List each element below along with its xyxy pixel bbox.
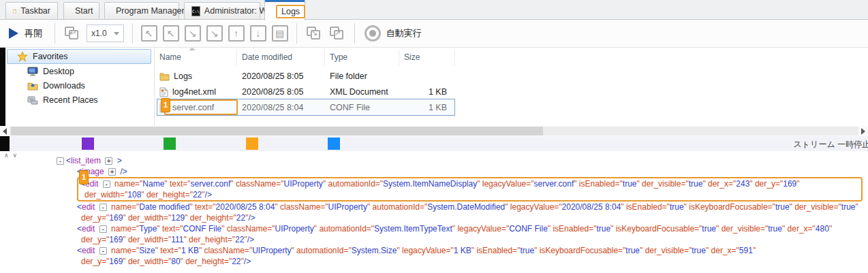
capture-page-button[interactable]: ↩ xyxy=(63,25,81,42)
document-button[interactable]: ▤ xyxy=(272,25,288,42)
resume-button[interactable]: 再開 xyxy=(9,27,42,39)
tab-program-manager[interactable]: Program Manager xyxy=(104,2,179,19)
tab-taskbar[interactable]: Taskbar xyxy=(5,2,58,19)
collapse-toggle-icon[interactable]: - xyxy=(99,225,107,233)
recent-places-icon xyxy=(27,95,38,105)
arrow-down-right-capture-button[interactable]: ↘ xyxy=(206,25,223,42)
stream-marker[interactable] xyxy=(164,138,176,150)
file-type: File folder xyxy=(325,71,399,81)
file-type: XML Document xyxy=(325,87,399,97)
return-arrow-icon: ↩ xyxy=(69,29,76,37)
file-date: 2020/08/25 8:05 xyxy=(237,87,325,97)
collapse-toggle-icon[interactable]: - xyxy=(103,180,110,188)
chevron-down-icon xyxy=(114,32,119,35)
record-circle-icon xyxy=(365,25,381,42)
tab-label: Program Manager xyxy=(116,6,185,16)
file-explorer: Favorites Desktop Downloads Recent Place… xyxy=(0,48,868,126)
collapse-toggle-icon[interactable]: - xyxy=(99,247,107,255)
toolbar-separator xyxy=(354,23,355,44)
file-name: log4net.xml xyxy=(172,87,216,97)
scrollbar-thumb[interactable] xyxy=(11,127,543,135)
arrow-icon: ↘ xyxy=(311,29,317,37)
file-name: server.conf xyxy=(172,103,214,112)
sidebar-item-favorites[interactable]: Favorites xyxy=(7,49,151,64)
horizontal-scrollbar[interactable] xyxy=(0,126,868,136)
scroll-right-icon[interactable] xyxy=(861,128,865,135)
xml-document-icon xyxy=(159,87,168,97)
xml-node-list_item[interactable]: -<list_item + > xyxy=(55,155,868,166)
document-icon: ▤ xyxy=(275,28,284,39)
file-row-logs[interactable]: Logs 2020/08/25 8:05 File folder xyxy=(155,69,455,84)
tab-label-highlight: Logs xyxy=(276,5,305,18)
folder-icon xyxy=(159,72,170,81)
file-date: 2020/08/25 8:05 xyxy=(237,71,325,81)
star-icon xyxy=(17,51,28,62)
stream-marker[interactable] xyxy=(0,136,10,151)
zoom-select[interactable]: x1.0 xyxy=(87,25,124,42)
scroll-up-icon[interactable]: ∧ xyxy=(4,152,13,159)
copy-page-forward-button[interactable]: ↘ xyxy=(305,25,323,42)
sidebar-item-recent-places[interactable]: Recent Places xyxy=(5,93,154,107)
arrow-down-button[interactable]: ↓ xyxy=(250,25,266,42)
auto-run-label: 自動実行 xyxy=(386,27,422,39)
arrow-up-icon: ↑ xyxy=(234,28,238,39)
play-icon xyxy=(9,28,18,39)
inspect-badge: 1 xyxy=(79,170,89,184)
auto-run-toggle[interactable]: 自動実行 xyxy=(365,25,422,42)
xml-node-edit[interactable]: <edit - name="Date modified" text="2020/… xyxy=(77,202,868,223)
xml-node-edit[interactable]: <edit - name="Name" text="server.conf" c… xyxy=(77,177,863,202)
sidebar-item-downloads[interactable]: Downloads xyxy=(5,78,154,93)
arrow-up-left-capture-button[interactable]: ↖ xyxy=(141,25,157,42)
arrow-icon: ↗ xyxy=(335,29,341,37)
sidebar-item-label: Favorites xyxy=(33,52,67,61)
collapse-toggle-icon[interactable]: - xyxy=(57,157,64,165)
toolbar-separator xyxy=(296,23,297,44)
copy-page-back-button[interactable]: ↗ xyxy=(328,25,346,42)
file-name: Logs xyxy=(174,71,192,81)
expand-toggle-icon[interactable]: + xyxy=(108,168,116,176)
stream-timeline: ストリーム 一時停止 xyxy=(0,136,868,151)
tab-administrator[interactable]: C:\ Administrator: W... xyxy=(184,2,260,19)
stream-marker[interactable] xyxy=(246,138,258,150)
file-date: 2020/08/25 8:04 xyxy=(237,103,325,112)
tab-logs[interactable]: Logs xyxy=(264,0,305,20)
file-size: 1 KB xyxy=(399,103,455,112)
toolbar-separator xyxy=(55,23,55,44)
collapse-toggle-icon[interactable]: - xyxy=(99,204,107,211)
arrow-down-right-button[interactable]: ↘ xyxy=(185,25,201,42)
file-row-log4net[interactable]: log4net.xml 2020/08/25 8:05 XML Document… xyxy=(155,84,455,99)
scroll-down-icon[interactable]: ∨ xyxy=(13,152,22,159)
sort-indicator-icon xyxy=(189,48,196,50)
xml-node-edit[interactable]: <edit - name="Type" text="CONF File" cla… xyxy=(77,223,868,245)
file-type: CONF File xyxy=(325,103,399,112)
stream-marker[interactable] xyxy=(82,138,94,150)
sidebar-item-desktop[interactable]: Desktop xyxy=(5,64,154,78)
tab-label: Administrator: W... xyxy=(204,6,274,16)
scroll-left-icon[interactable] xyxy=(3,128,7,135)
stream-marker[interactable] xyxy=(328,138,340,150)
column-header-name[interactable]: Name xyxy=(155,49,237,65)
file-list-header: Name Date modified Type Size xyxy=(155,49,455,65)
file-row-server-conf[interactable]: server.conf 2020/08/25 8:04 CONF File 1 … xyxy=(155,100,455,115)
explorer-sidebar: Favorites Desktop Downloads Recent Place… xyxy=(5,48,155,126)
page-icon xyxy=(13,6,16,16)
column-header-date-modified[interactable]: Date modified xyxy=(237,49,325,65)
tab-start[interactable]: Start xyxy=(63,2,99,19)
tab-label: Start xyxy=(75,6,93,16)
column-header-size[interactable]: Size xyxy=(399,49,455,65)
resume-label: 再開 xyxy=(25,27,42,39)
column-header-type[interactable]: Type xyxy=(325,49,399,65)
xml-tree-nodes: -<list_item + ><image + /><edit - name="… xyxy=(0,155,868,267)
xml-node-image[interactable]: <image + /> xyxy=(77,166,868,177)
arrow-up-left-icon: ↖ xyxy=(167,28,175,39)
toolbar: 再開 ↩ x1.0 ↖ ↖ ↘ ↘ ↑ ↓ ▤ ↘ ↗ xyxy=(0,20,868,48)
cmd-icon: C:\ xyxy=(191,6,200,16)
xml-node-edit[interactable]: <edit - name="Size" text="1 KB" classNam… xyxy=(77,245,868,267)
file-icon xyxy=(159,103,168,113)
arrow-down-icon: ↓ xyxy=(255,28,260,39)
arrow-up-button[interactable]: ↑ xyxy=(228,25,245,42)
arrow-down-right-icon: ↘ xyxy=(189,28,197,39)
app-window: Taskbar Start Program Manager C:\ Admini… xyxy=(0,0,868,273)
arrow-up-left-button[interactable]: ↖ xyxy=(163,25,179,42)
expand-toggle-icon[interactable]: + xyxy=(105,157,112,165)
